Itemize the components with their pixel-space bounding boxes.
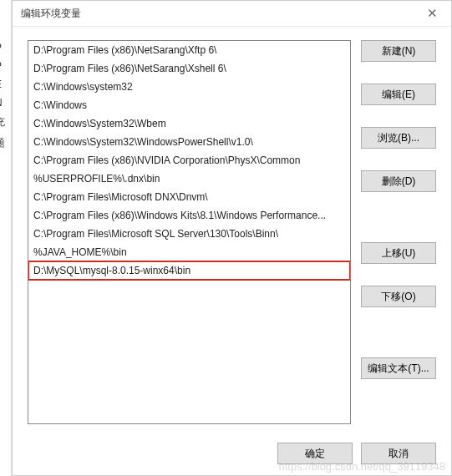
new-button[interactable]: 新建(N) bbox=[361, 40, 436, 62]
list-item[interactable]: %USERPROFILE%\.dnx\bin bbox=[28, 170, 350, 188]
list-item[interactable]: D:\Program Files (x86)\NetSarang\Xshell … bbox=[28, 59, 350, 78]
list-item[interactable]: C:\Program Files (x86)\NVIDIA Corporatio… bbox=[28, 151, 350, 170]
edit-env-var-dialog: 编辑环境变量 ✕ D:\Program Files (x86)\NetSaran… bbox=[12, 0, 452, 476]
background-window-fragments: dPPEN充题d bbox=[0, 0, 12, 476]
path-listbox[interactable]: D:\Program Files (x86)\NetSarang\Xftp 6\… bbox=[28, 40, 351, 424]
close-icon: ✕ bbox=[427, 6, 438, 21]
dialog-content: D:\Program Files (x86)\NetSarang\Xftp 6\… bbox=[13, 27, 451, 434]
edit-button[interactable]: 编辑(E) bbox=[361, 84, 436, 105]
side-button-column: 新建(N) 编辑(E) 浏览(B)... 删除(D) 上移(U) 下移(O) 编… bbox=[361, 40, 436, 424]
dialog-button-bar: 确定 取消 bbox=[13, 434, 451, 476]
move-down-button[interactable]: 下移(O) bbox=[361, 286, 436, 307]
list-item[interactable]: C:\Program Files (x86)\Windows Kits\8.1\… bbox=[28, 206, 350, 225]
edit-text-button[interactable]: 编辑文本(T)... bbox=[361, 357, 436, 379]
dialog-title: 编辑环境变量 bbox=[21, 7, 81, 21]
list-item[interactable]: D:\Program Files (x86)\NetSarang\Xftp 6\ bbox=[28, 41, 350, 59]
list-item[interactable]: C:\Windows\system32 bbox=[28, 78, 350, 96]
cancel-button[interactable]: 取消 bbox=[361, 443, 436, 464]
move-up-button[interactable]: 上移(U) bbox=[361, 242, 436, 264]
ok-button[interactable]: 确定 bbox=[277, 443, 353, 464]
list-item[interactable]: C:\Program Files\Microsoft SQL Server\13… bbox=[28, 225, 350, 243]
list-item[interactable]: C:\Windows\System32\Wbem bbox=[28, 114, 350, 133]
titlebar: 编辑环境变量 ✕ bbox=[13, 1, 451, 27]
list-item[interactable]: C:\Program Files\Microsoft DNX\Dnvm\ bbox=[28, 188, 350, 206]
list-item[interactable]: %JAVA_HOME%\bin bbox=[28, 243, 350, 261]
close-button[interactable]: ✕ bbox=[414, 1, 451, 26]
list-item[interactable]: C:\Windows bbox=[28, 96, 350, 114]
browse-button[interactable]: 浏览(B)... bbox=[361, 127, 436, 149]
list-item[interactable]: C:\Windows\System32\WindowsPowerShell\v1… bbox=[28, 133, 350, 151]
delete-button[interactable]: 删除(D) bbox=[361, 170, 436, 192]
list-item[interactable]: D:\MySQL\mysql-8.0.15-winx64\bin bbox=[28, 261, 350, 280]
